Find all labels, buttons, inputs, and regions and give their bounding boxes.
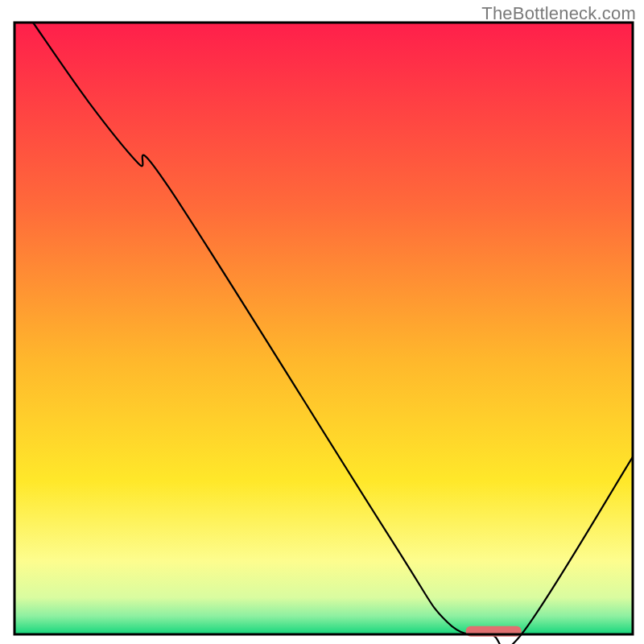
chart-container: TheBottleneck.com [0, 0, 644, 644]
plot-background [14, 23, 633, 634]
watermark-label: TheBottleneck.com [481, 3, 636, 24]
bottleneck-chart [0, 0, 644, 644]
